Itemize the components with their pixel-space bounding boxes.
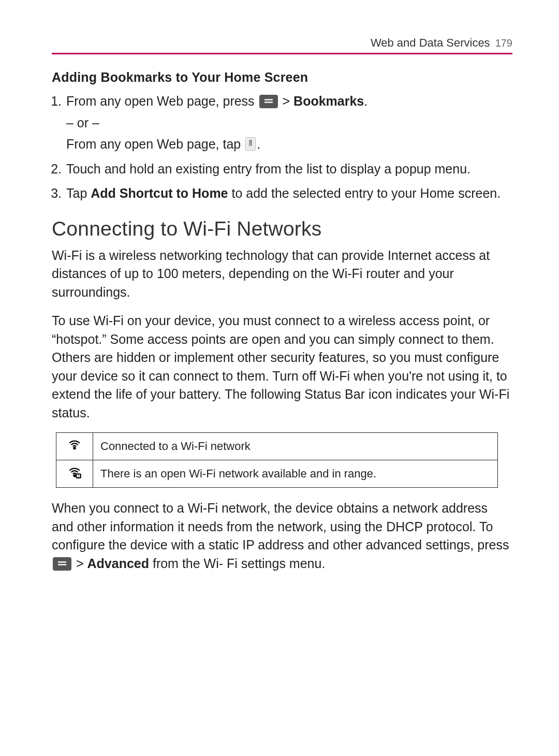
table-row: Connected to a Wi-Fi network: [56, 433, 498, 460]
page-header: Web and Data Services 179: [52, 36, 512, 54]
step-3-pre: Tap: [66, 186, 91, 200]
wifi-connected-icon: [56, 433, 93, 460]
wifi-p3-pre: When you connect to a Wi-Fi network, the…: [52, 501, 509, 552]
step-1-text-end: .: [364, 94, 367, 108]
bookmarks-steps: From any open Web page, press > Bookmark…: [52, 92, 512, 203]
svg-text:?: ?: [77, 474, 79, 478]
step-1-alt: From any open Web page, tap .: [66, 135, 512, 154]
wifi-open-text: There is an open Wi-Fi network available…: [93, 460, 498, 488]
gt-sep: >: [72, 556, 87, 571]
manual-page: Web and Data Services 179 Adding Bookmar…: [0, 0, 559, 614]
page-number: 179: [495, 37, 512, 49]
step-1b-end: .: [257, 137, 260, 151]
wifi-paragraph-1: Wi-Fi is a wireless networking technolog…: [52, 246, 512, 302]
menu-key-icon: [259, 95, 278, 108]
svg-point-1: [73, 475, 75, 476]
step-3: Tap Add Shortcut to Home to add the sele…: [65, 184, 512, 203]
bookmarks-label: Bookmarks: [293, 94, 364, 108]
or-divider: – or –: [66, 114, 512, 133]
wifi-status-icon-table: Connected to a Wi-Fi network ? There is …: [56, 432, 498, 488]
wifi-heading: Connecting to Wi-Fi Networks: [52, 217, 512, 240]
wifi-paragraph-2: To use Wi-Fi on your device, you must co…: [52, 312, 512, 422]
step-3-end: to add the selected entry to your Home s…: [228, 186, 501, 200]
advanced-label: Advanced: [87, 556, 149, 571]
bookmarks-heading: Adding Bookmarks to Your Home Screen: [52, 70, 512, 85]
add-shortcut-label: Add Shortcut to Home: [91, 186, 228, 200]
table-row: ? There is an open Wi-Fi network availab…: [56, 460, 498, 488]
step-1-text-a: From any open Web page, press: [66, 94, 258, 108]
step-2: Touch and hold an existing entry from th…: [65, 160, 512, 179]
wifi-open-icon: ?: [56, 460, 93, 488]
wifi-connected-text: Connected to a Wi-Fi network: [93, 433, 498, 460]
menu-key-icon: [53, 557, 71, 571]
wifi-p3-end: from the Wi- Fi settings menu.: [149, 556, 325, 571]
step-1: From any open Web page, press > Bookmark…: [65, 92, 512, 154]
wifi-paragraph-3: When you connect to a Wi-Fi network, the…: [52, 499, 512, 573]
bookmark-icon: [245, 137, 256, 151]
section-title: Web and Data Services: [371, 36, 490, 50]
svg-point-0: [73, 447, 75, 449]
gt-sep: >: [279, 94, 294, 108]
step-1b-text: From any open Web page, tap: [66, 137, 244, 151]
